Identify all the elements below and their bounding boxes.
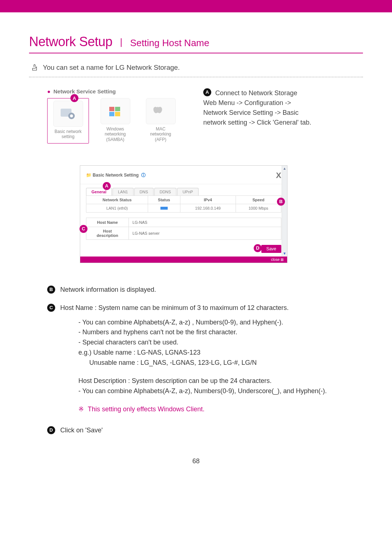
col-network-status: Network Status (86, 195, 148, 204)
intro-text: You can set a name for LG Network Storag… (43, 64, 180, 72)
note-b-text: Network information is displayed. (60, 285, 156, 295)
notes-section: B Network information is displayed. C Ho… (47, 285, 363, 436)
note-icon (31, 64, 39, 72)
page-title: Network Setup ㅣ Setting Host Name (29, 34, 363, 53)
host-desc-block: Host Description : System description ca… (78, 376, 363, 396)
tab-ddns[interactable]: DDNS (154, 188, 176, 195)
host-name-label: Host Name (86, 218, 129, 227)
network-status-table: Network Status Status IPv4 Speed LAN1 (e… (86, 195, 281, 213)
page-content: Network Setup ㅣ Setting Host Name You ca… (0, 12, 392, 476)
callout-c-dark: C (47, 304, 55, 312)
save-button[interactable]: Save (261, 245, 281, 253)
callout-a-dark: A (203, 88, 211, 96)
host-desc-line: - You can combine Alphabets(A-Z, a-z), N… (78, 386, 363, 396)
host-desc-lead: Host Description : System description ca… (78, 376, 363, 386)
network-service-panel: ● Network Service Setting A Basic networ… (47, 88, 192, 144)
dialog-title: 📁 Basic Network Setting ⓘ (86, 172, 146, 178)
folder-icon: 📁 (86, 173, 91, 178)
host-fields: Host Name Host description (86, 218, 281, 240)
info-icon[interactable]: ⓘ (141, 173, 146, 178)
card-mac-afp[interactable]: MAC networking (AFP) (142, 98, 180, 144)
note-d: D Click on 'Save' (47, 425, 363, 436)
note-c-line: Unusable name : LG_NAS, -LGNAS, 123-LG, … (78, 358, 363, 368)
explain-a-text: Connect to Network Storage Web Menu -> C… (203, 89, 311, 126)
note-c-lead: Host Name : System name can be minimum o… (60, 303, 289, 313)
title-main: Network Setup (29, 34, 113, 49)
title-sub: Setting Host Name (130, 37, 209, 48)
note-warning: ※ This setting only effects Windows Clie… (78, 404, 363, 415)
tab-dns[interactable]: DNS (134, 188, 154, 195)
note-c-line: - You can combine Alphabets(A-Z, a-z) , … (78, 318, 363, 328)
bullet-icon: ● (47, 88, 50, 94)
title-separator: ㅣ (116, 37, 126, 48)
dialog-tabs: General A LAN1 DNS DDNS UPnP (80, 184, 287, 195)
note-c-line: e.g.) Usable name : LG-NAS, LGNAS-123 (78, 348, 363, 358)
svg-point-2 (70, 114, 73, 117)
callout-d-save: D (254, 244, 262, 252)
dotted-divider (29, 77, 363, 77)
svg-rect-4 (115, 107, 120, 111)
host-name-input[interactable] (132, 220, 279, 225)
tab-lan1[interactable]: LAN1 (113, 188, 134, 195)
note-c-line: - Numbers and hyphens can't not be the f… (78, 327, 363, 338)
save-row: D Save (80, 243, 287, 257)
col-speed: Speed (236, 195, 281, 204)
card-label: Basic network setting (49, 129, 87, 140)
scroll-up-icon[interactable]: ▲ (282, 166, 287, 170)
svg-rect-3 (109, 107, 114, 111)
note-c: C Host Name : System name can be minimum… (47, 303, 363, 313)
callout-a-icon: A (70, 94, 78, 102)
col-status: Status (148, 195, 180, 204)
explanation-a: A Connect to Network Storage Web Menu ->… (203, 88, 312, 144)
close-bar[interactable]: close ⊠ (80, 257, 287, 263)
top-accent-bar (0, 0, 392, 12)
apple-icon (146, 98, 176, 124)
cell-status (148, 204, 180, 212)
upper-section: ● Network Service Setting A Basic networ… (47, 88, 363, 144)
callout-c-field: C (79, 225, 87, 233)
close-x-icon: ⊠ (281, 258, 283, 262)
settings-icon (53, 101, 83, 127)
callout-b-dark: B (47, 286, 55, 294)
host-desc-input[interactable] (132, 231, 279, 236)
close-icon[interactable]: X (276, 171, 281, 180)
reference-mark-icon: ※ (78, 405, 84, 413)
nss-heading: ● Network Service Setting (47, 88, 192, 94)
intro-row: You can set a name for LG Network Storag… (29, 64, 363, 72)
cell-speed: 1000 Mbps (236, 204, 281, 212)
svg-rect-6 (115, 112, 120, 116)
svg-rect-5 (109, 112, 114, 116)
note-warn-text: This setting only effects Windows Client… (88, 405, 205, 413)
cell-ipv4: 192.168.0.149 (180, 204, 236, 212)
note-c-line: - Special characters can't be used. (78, 338, 363, 348)
card-label: MAC networking (AFP) (142, 126, 180, 142)
callout-b-table: B (277, 198, 285, 206)
note-b: B Network information is displayed. (47, 285, 363, 295)
page-number: 68 (29, 457, 363, 465)
callout-a-tab: A (103, 182, 111, 190)
dialog-header: 📁 Basic Network Setting ⓘ X (80, 166, 287, 184)
cell-name: LAN1 (eth0) (86, 204, 148, 212)
note-c-lines: - You can combine Alphabets(A-Z, a-z) , … (78, 318, 363, 368)
host-desc-label: Host description (86, 227, 129, 239)
callout-d-dark: D (47, 426, 55, 434)
table-row: LAN1 (eth0) 192.168.0.149 1000 Mbps (86, 204, 281, 212)
status-indicator-icon (160, 207, 168, 210)
card-label: Windows networking (SAMBA) (96, 126, 134, 142)
tab-upnp[interactable]: UPnP (177, 188, 199, 195)
note-d-text: Click on 'Save' (60, 425, 103, 436)
nss-cards: A Basic network setting Windows networki… (47, 98, 192, 144)
col-ipv4: IPv4 (180, 195, 236, 204)
windows-icon (101, 98, 130, 124)
basic-network-dialog: ▲ ▼ 📁 Basic Network Setting ⓘ X General … (80, 165, 287, 263)
card-basic-network[interactable]: A Basic network setting (47, 98, 89, 144)
card-windows-samba[interactable]: Windows networking (SAMBA) (96, 98, 134, 144)
